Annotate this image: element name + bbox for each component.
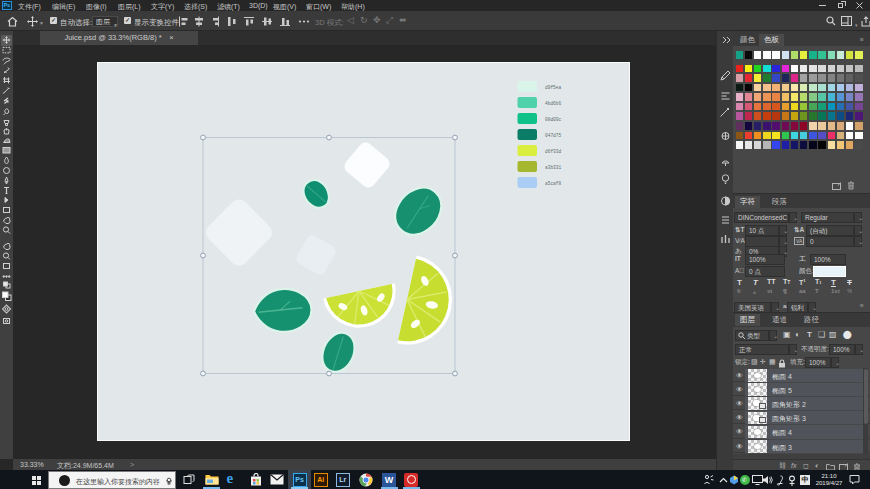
svg-text:a5caf8: a5caf8 <box>545 181 562 186</box>
svg-text:08d09c: 08d09c <box>545 117 562 122</box>
svg-text:d6f33d: d6f33d <box>545 149 562 154</box>
svg-text:047d75: 047d75 <box>545 133 562 138</box>
svg-text:a3b331: a3b331 <box>545 165 562 170</box>
svg-text:d9f5ea: d9f5ea <box>545 85 562 90</box>
svg-text:4bd6b6: 4bd6b6 <box>545 101 562 106</box>
